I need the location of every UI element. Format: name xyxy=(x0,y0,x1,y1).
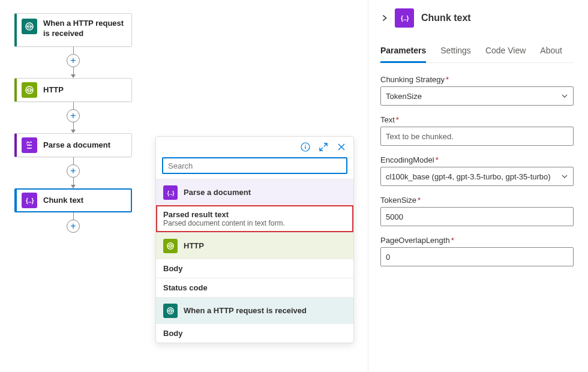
picker-item[interactable]: Body xyxy=(156,259,353,278)
http-request-icon xyxy=(22,19,37,34)
connector: + xyxy=(14,157,132,188)
svg-text:{..}: {..} xyxy=(167,190,175,196)
chevron-down-icon xyxy=(561,92,568,100)
picker-item-title: Status code xyxy=(163,283,346,292)
svg-text:{..}: {..} xyxy=(26,197,34,204)
teal-icon xyxy=(163,304,178,318)
connector: + xyxy=(14,212,132,233)
chunk-icon: {..} xyxy=(22,193,37,208)
picker-section-label: Parse a document xyxy=(184,188,251,197)
picker-item-subtitle: Parsed document content in text form. xyxy=(163,219,346,227)
add-step-button[interactable]: + xyxy=(67,164,80,178)
svg-text:{ }: { } xyxy=(26,141,30,145)
picker-item[interactable]: Parsed result textParsed document conten… xyxy=(156,205,353,232)
flow-node-label: When a HTTP request is received xyxy=(43,19,127,39)
flow-node-label: Chunk text xyxy=(43,196,83,206)
field-label-text: Text* xyxy=(380,115,574,124)
field-label-encoding-model: EncodingModel* xyxy=(380,155,574,164)
detail-title: Chunk text xyxy=(421,13,471,23)
add-step-button[interactable]: + xyxy=(67,220,80,233)
picker-section[interactable]: {..}Parse a document xyxy=(156,179,353,205)
green-icon xyxy=(163,239,178,253)
info-icon[interactable] xyxy=(301,142,310,152)
close-icon[interactable] xyxy=(337,142,346,152)
field-label-page-overlap: PageOverlapLength* xyxy=(380,236,574,245)
search-input[interactable] xyxy=(162,157,347,174)
collapse-chevron-icon[interactable] xyxy=(380,14,389,22)
flow-node-http-request[interactable]: When a HTTP request is received xyxy=(14,13,132,47)
http-icon xyxy=(22,82,37,98)
chunk-icon: {..} xyxy=(395,8,414,28)
connector: + xyxy=(14,102,132,133)
picker-item[interactable]: Status code xyxy=(156,278,353,297)
dynamic-content-picker: {..}Parse a documentParsed result textPa… xyxy=(155,136,354,343)
picker-item-title: Parsed result text xyxy=(163,210,346,219)
flow-node-label: Parse a document xyxy=(43,140,110,151)
connector: + xyxy=(14,47,132,78)
chunking-strategy-select[interactable]: TokenSize xyxy=(380,86,574,106)
flow-node-parse-document[interactable]: { } Parse a document xyxy=(14,133,132,157)
action-detail-panel: {..} Chunk text Parameters Settings Code… xyxy=(368,0,588,372)
svg-point-7 xyxy=(305,145,306,146)
field-label-chunking-strategy: Chunking Strategy* xyxy=(380,75,574,84)
add-step-button[interactable]: + xyxy=(67,109,80,122)
flow-canvas: When a HTTP request is received + HTTP +… xyxy=(0,0,153,372)
picker-section-label: When a HTTP request is received xyxy=(184,306,307,315)
picker-item-title: Body xyxy=(163,329,346,338)
text-input[interactable] xyxy=(380,127,574,146)
tab-code-view[interactable]: Code View xyxy=(485,42,526,63)
picker-item-title: Body xyxy=(163,264,346,273)
picker-header xyxy=(156,137,353,157)
flow-node-chunk-text[interactable]: {..} Chunk text xyxy=(14,188,132,212)
field-label-token-size: TokenSize* xyxy=(380,196,574,205)
detail-tabs: Parameters Settings Code View About xyxy=(380,42,574,63)
picker-section[interactable]: HTTP xyxy=(156,232,353,259)
flow-node-label: HTTP xyxy=(43,85,64,95)
tab-about[interactable]: About xyxy=(540,42,562,63)
purple-icon: {..} xyxy=(163,185,178,200)
detail-header: {..} Chunk text xyxy=(380,8,574,28)
token-size-input[interactable] xyxy=(380,207,574,226)
tab-parameters[interactable]: Parameters xyxy=(380,42,426,63)
picker-item[interactable]: Body xyxy=(156,323,353,343)
add-step-button[interactable]: + xyxy=(67,54,80,67)
chevron-down-icon xyxy=(561,173,568,180)
picker-section-label: HTTP xyxy=(184,241,204,250)
encoding-model-select[interactable]: cl100k_base (gpt-4, gpt-3.5-turbo, gpt-3… xyxy=(380,167,574,186)
expand-icon[interactable] xyxy=(319,142,328,152)
svg-text:{..}: {..} xyxy=(401,15,409,22)
page-overlap-input[interactable] xyxy=(380,247,574,266)
picker-section[interactable]: When a HTTP request is received xyxy=(156,297,353,323)
parse-icon: { } xyxy=(22,137,37,153)
flow-node-http[interactable]: HTTP xyxy=(14,78,132,102)
tab-settings[interactable]: Settings xyxy=(440,42,471,63)
